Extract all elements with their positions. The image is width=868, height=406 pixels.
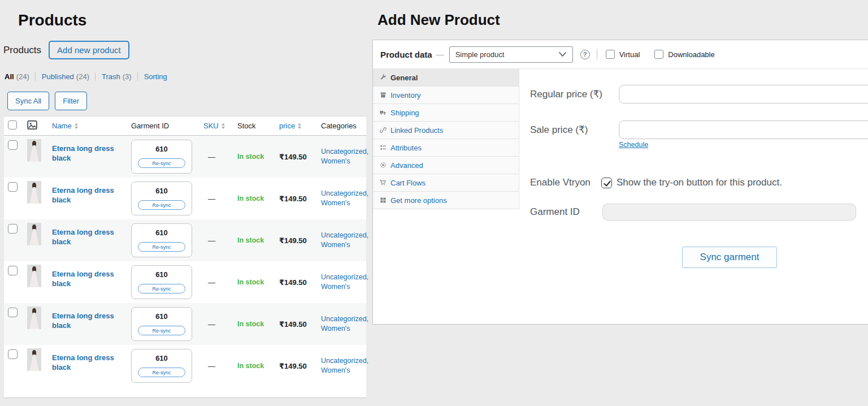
resync-button[interactable]: Re-sync bbox=[138, 200, 185, 210]
garment-id-label: Garment ID bbox=[530, 206, 602, 218]
virtual-checkbox[interactable] bbox=[606, 50, 615, 59]
category-links[interactable]: Uncategorized, Women's bbox=[321, 189, 367, 208]
regular-price-input[interactable] bbox=[619, 85, 868, 103]
product-name-link[interactable]: Eterna long dress black bbox=[52, 186, 123, 205]
sale-price-row: Sale price (₹) bbox=[519, 120, 868, 139]
stock-status: In stock bbox=[235, 195, 279, 202]
garment-id-box: 610 Re-sync bbox=[131, 182, 192, 215]
filter-all[interactable]: All (24) bbox=[5, 72, 35, 81]
product-thumbnail[interactable] bbox=[27, 223, 41, 245]
tab-general[interactable]: General bbox=[373, 69, 519, 87]
product-thumbnail[interactable] bbox=[27, 139, 41, 162]
tab-label: Attributes bbox=[390, 144, 422, 152]
sort-by-name[interactable]: Name bbox=[52, 122, 131, 130]
tab-linked-products[interactable]: Linked Products bbox=[373, 122, 519, 139]
tab-shipping[interactable]: Shipping bbox=[373, 104, 519, 122]
price-value: ₹149.50 bbox=[279, 320, 321, 329]
image-column-icon bbox=[27, 120, 37, 130]
resync-button[interactable]: Re-sync bbox=[138, 284, 185, 293]
enable-vtryon-label: Enable Vtryon bbox=[530, 177, 601, 188]
tab-get-more-options[interactable]: Get more options bbox=[373, 192, 519, 209]
filter-label[interactable]: All bbox=[5, 72, 14, 81]
tab-icon bbox=[379, 144, 387, 151]
add-product-title: Add New Product bbox=[377, 11, 500, 29]
tab-advanced[interactable]: Advanced bbox=[373, 157, 519, 174]
row-checkbox[interactable] bbox=[8, 140, 18, 150]
tab-icon bbox=[379, 197, 387, 204]
product-name-link[interactable]: Eterna long dress black bbox=[52, 270, 123, 289]
row-checkbox[interactable] bbox=[8, 182, 18, 192]
virtual-label: Virtual bbox=[619, 50, 640, 59]
garment-id-value: 610 bbox=[155, 270, 168, 279]
tab-inventory[interactable]: Inventory bbox=[373, 87, 519, 104]
row-checkbox[interactable] bbox=[8, 266, 18, 275]
resync-button[interactable]: Re-sync bbox=[138, 368, 185, 377]
garment-id-value: 610 bbox=[155, 145, 168, 153]
resync-button[interactable]: Re-sync bbox=[138, 326, 185, 335]
vtryon-checkbox[interactable] bbox=[601, 178, 612, 188]
category-links[interactable]: Uncategorized, Women's bbox=[321, 273, 367, 292]
downloadable-checkbox[interactable] bbox=[654, 50, 663, 59]
product-type-select[interactable]: Simple product bbox=[449, 46, 573, 63]
product-thumbnail[interactable] bbox=[27, 181, 41, 204]
product-name-link[interactable]: Eterna long dress black bbox=[52, 353, 123, 373]
resync-button[interactable]: Re-sync bbox=[138, 242, 185, 252]
sort-by-sku[interactable]: SKU bbox=[203, 122, 235, 130]
filter-label[interactable]: Published bbox=[42, 72, 74, 81]
product-thumbnail[interactable] bbox=[27, 348, 41, 371]
enable-vtryon-row: Enable Vtryon Show the try-on button for… bbox=[519, 177, 868, 188]
categories-header: Categories bbox=[321, 122, 366, 130]
select-all-checkbox[interactable] bbox=[8, 120, 17, 129]
resync-button[interactable]: Re-sync bbox=[138, 158, 185, 168]
product-thumbnail[interactable] bbox=[27, 306, 41, 329]
tab-label: Advanced bbox=[390, 161, 423, 170]
row-checkbox[interactable] bbox=[8, 308, 18, 317]
filter-label[interactable]: Sorting bbox=[144, 72, 167, 81]
row-checkbox[interactable] bbox=[8, 224, 18, 234]
sale-price-input[interactable] bbox=[619, 120, 868, 139]
garment-id-input[interactable] bbox=[602, 204, 856, 221]
filter-sorting[interactable]: Sorting bbox=[137, 72, 175, 81]
tab-label: Cart Flows bbox=[390, 179, 426, 187]
products-list-panel: Products Products Add new product All (2… bbox=[0, 0, 371, 398]
product-name-link[interactable]: Eterna long dress black bbox=[52, 144, 123, 163]
sync-all-button[interactable]: Sync All bbox=[7, 92, 49, 110]
regular-price-row: Regular price (₹) bbox=[519, 85, 868, 103]
sort-by-price[interactable]: price bbox=[279, 122, 321, 130]
product-thumbnail[interactable] bbox=[27, 265, 41, 287]
add-new-product-button[interactable]: Add new product bbox=[49, 41, 129, 59]
filter-published[interactable]: Published (24) bbox=[35, 72, 95, 81]
category-links[interactable]: Uncategorized, Women's bbox=[321, 356, 367, 375]
filter-trash[interactable]: Trash (3) bbox=[95, 72, 137, 81]
tab-icon bbox=[379, 109, 387, 116]
products-toolbar: Products Add new product bbox=[3, 41, 371, 59]
garment-id-box: 610 Re-sync bbox=[131, 140, 192, 174]
price-value: ₹149.50 bbox=[279, 236, 321, 245]
products-table: Name Garment ID SKU Stock price Categori… bbox=[4, 116, 366, 398]
table-actions: Sync All Filter bbox=[7, 92, 371, 110]
filter-label[interactable]: Trash bbox=[102, 72, 120, 81]
tab-label: Linked Products bbox=[390, 126, 443, 135]
price-value: ₹149.50 bbox=[279, 362, 321, 370]
sync-garment-button[interactable]: Sync garment bbox=[682, 247, 777, 268]
category-links[interactable]: Uncategorized, Women's bbox=[321, 314, 367, 334]
tab-label: Get more options bbox=[390, 196, 447, 205]
category-links[interactable]: Uncategorized, Women's bbox=[321, 231, 367, 250]
product-name-link[interactable]: Eterna long dress black bbox=[52, 312, 123, 331]
sku-value: — bbox=[203, 362, 235, 370]
help-icon[interactable]: ? bbox=[580, 50, 590, 59]
price-value: ₹149.50 bbox=[279, 195, 321, 203]
tab-cart-flows[interactable]: Cart Flows bbox=[373, 174, 519, 192]
category-links[interactable]: Uncategorized, Women's bbox=[321, 147, 367, 166]
schedule-link[interactable]: Schedule bbox=[619, 141, 648, 149]
sort-arrows-icon bbox=[75, 123, 78, 129]
garment-id-box: 610 Re-sync bbox=[131, 223, 192, 257]
sku-value: — bbox=[203, 278, 235, 287]
product-data-header: Product data — Simple product ? Virtual … bbox=[373, 40, 868, 69]
divider bbox=[597, 49, 597, 60]
product-data-label: Product data bbox=[380, 50, 432, 59]
product-name-link[interactable]: Eterna long dress black bbox=[52, 228, 123, 247]
tab-attributes[interactable]: Attributes bbox=[373, 139, 519, 157]
filter-button[interactable]: Filter bbox=[55, 92, 87, 110]
row-checkbox[interactable] bbox=[8, 349, 18, 359]
